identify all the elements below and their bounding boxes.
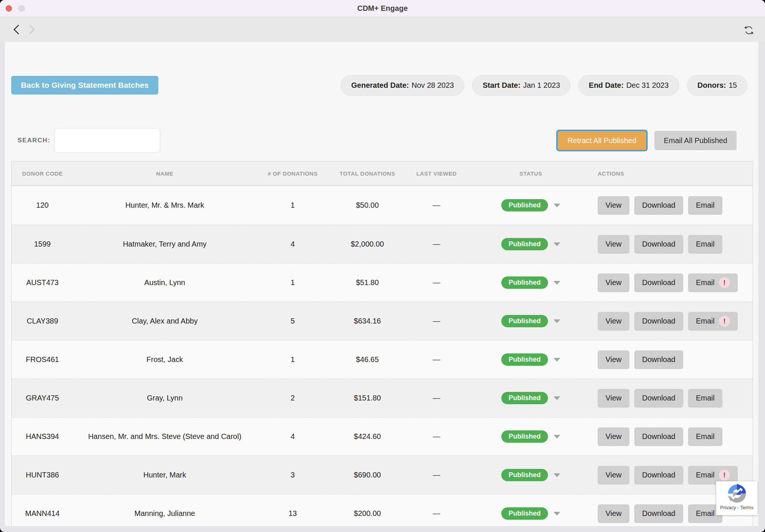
status-badge[interactable]: Published [501, 353, 548, 366]
view-button[interactable]: View [598, 350, 629, 369]
info-pill: Start Date:Jan 1 2023 [472, 75, 570, 96]
status-cell: Published [467, 469, 594, 481]
view-button[interactable]: View [598, 196, 629, 215]
donor-name-cell: Hatmaker, Terry and Amy [73, 240, 256, 248]
table-body: 120Hunter, Mr. & Mrs. Mark1$50.00—Publis… [12, 186, 753, 526]
info-pill-label: Generated Date: [351, 81, 409, 90]
email-warning-icon: ! [719, 277, 730, 288]
status-badge[interactable]: Published [501, 469, 548, 481]
download-button[interactable]: Download [634, 350, 683, 369]
total-donations-cell: $50.00 [329, 201, 406, 210]
donation-count-cell: 2 [256, 394, 329, 402]
view-button[interactable]: View [598, 235, 629, 254]
status-dropdown-arrow-icon[interactable] [554, 435, 560, 439]
actions-cell: ViewDownloadEmail! [594, 273, 753, 292]
status-cell: Published [467, 315, 594, 327]
action-button-label: View [606, 278, 622, 287]
action-button-label: Download [642, 240, 675, 248]
status-dropdown-arrow-icon[interactable] [554, 319, 560, 323]
email-warning-icon: ! [719, 470, 730, 480]
view-button[interactable]: View [598, 273, 629, 292]
status-dropdown-arrow-icon[interactable] [554, 242, 560, 246]
info-pill: End Date:Dec 31 2023 [578, 75, 679, 96]
download-button[interactable]: Download [634, 196, 683, 215]
donor-code-cell: AUST473 [12, 278, 73, 287]
donor-code-cell: HANS394 [12, 432, 73, 441]
back-icon[interactable] [12, 24, 21, 35]
download-button[interactable]: Download [634, 427, 683, 446]
recaptcha-badge[interactable]: Privacy - Terms [716, 481, 758, 515]
actions-cell: ViewDownloadEmail [594, 196, 753, 215]
download-button[interactable]: Download [634, 273, 683, 292]
status-badge[interactable]: Published [501, 507, 548, 520]
status-dropdown-arrow-icon[interactable] [554, 473, 560, 477]
status-dropdown-arrow-icon[interactable] [554, 204, 560, 207]
back-to-batches-button[interactable]: Back to Giving Statement Batches [11, 76, 158, 95]
view-button[interactable]: View [598, 427, 629, 446]
status-cell: Published [467, 507, 594, 520]
total-donations-cell: $46.65 [329, 355, 406, 364]
download-button[interactable]: Download [634, 235, 683, 254]
last-viewed-cell: — [406, 240, 467, 248]
info-pill-label: Donors: [697, 81, 726, 90]
download-button[interactable]: Download [634, 389, 683, 408]
total-donations-cell: $690.00 [329, 471, 406, 479]
info-pill: Generated Date:Nov 28 2023 [341, 75, 464, 96]
email-warning-icon: ! [719, 316, 730, 327]
view-button[interactable]: View [598, 504, 629, 523]
status-badge[interactable]: Published [501, 430, 548, 443]
search-input[interactable] [54, 128, 160, 153]
download-button[interactable]: Download [634, 312, 683, 331]
forward-icon[interactable] [27, 24, 36, 35]
toolbar [0, 17, 765, 42]
status-dropdown-arrow-icon[interactable] [554, 396, 560, 400]
status-badge[interactable]: Published [501, 276, 548, 289]
email-button[interactable]: Email [688, 427, 722, 446]
download-button[interactable]: Download [634, 466, 683, 485]
view-button[interactable]: View [598, 312, 629, 331]
status-badge[interactable]: Published [501, 315, 548, 327]
status-badge[interactable]: Published [501, 199, 548, 211]
column-header-status: STATUS [467, 170, 594, 177]
status-badge[interactable]: Published [501, 392, 548, 404]
info-pill: Donors:15 [687, 75, 747, 96]
status-cell: Published [467, 353, 594, 366]
column-header-actions: ACTIONS [594, 170, 753, 177]
action-button-label: View [606, 432, 622, 441]
status-dropdown-arrow-icon[interactable] [554, 281, 560, 285]
status-dropdown-arrow-icon[interactable] [554, 512, 560, 516]
email-all-published-button[interactable]: Email All Published [654, 131, 737, 150]
action-button-label: Email [696, 471, 715, 479]
status-cell: Published [467, 199, 594, 211]
donor-name-cell: Hunter, Mark [73, 471, 256, 479]
status-cell: Published [467, 430, 594, 443]
last-viewed-cell: — [406, 471, 467, 479]
status-badge[interactable]: Published [501, 238, 548, 250]
view-button[interactable]: View [598, 389, 629, 408]
view-button[interactable]: View [598, 466, 629, 485]
donor-code-cell: CLAY389 [12, 317, 73, 325]
donation-count-cell: 1 [256, 278, 329, 287]
email-button[interactable]: Email [688, 235, 722, 254]
donor-statements-table: DONOR CODENAME# OF DONATIONSTOTAL DONATI… [11, 161, 753, 526]
total-donations-cell: $151.80 [329, 394, 406, 402]
email-button[interactable]: Email! [688, 273, 738, 292]
last-viewed-cell: — [406, 278, 467, 287]
retract-all-published-button[interactable]: Retract All Published [556, 130, 648, 151]
email-button[interactable]: Email [688, 389, 722, 408]
action-button-label: Download [642, 509, 675, 518]
last-viewed-cell: — [406, 317, 467, 325]
refresh-icon[interactable] [743, 25, 755, 36]
status-dropdown-arrow-icon[interactable] [554, 358, 560, 362]
email-button[interactable]: Email [688, 196, 722, 215]
action-button-label: Email [696, 509, 715, 518]
email-button[interactable]: Email! [688, 312, 738, 331]
column-header-name: NAME [73, 170, 256, 177]
table-row: 1599Hatmaker, Terry and Amy4$2,000.00—Pu… [12, 225, 753, 263]
donation-count-cell: 4 [256, 432, 329, 441]
recaptcha-links[interactable]: Privacy - Terms [720, 505, 753, 510]
status-cell: Published [467, 392, 594, 404]
download-button[interactable]: Download [634, 504, 683, 523]
info-pill-value: 15 [729, 81, 737, 90]
action-button-label: Email [696, 278, 715, 287]
